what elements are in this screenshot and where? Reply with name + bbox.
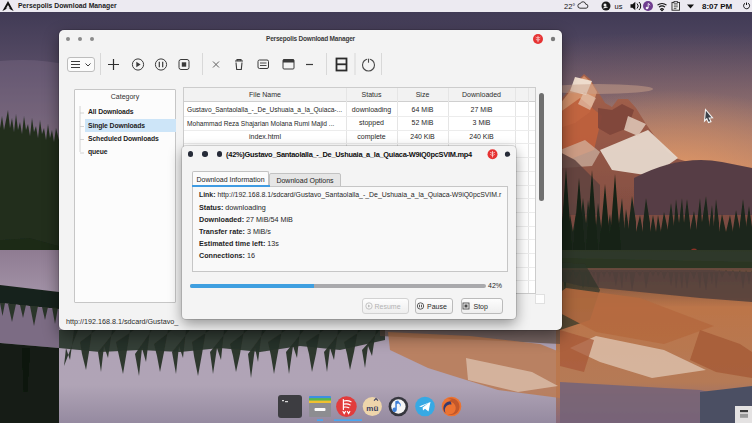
- svg-text:8:07 PM: 8:07 PM: [702, 2, 733, 11]
- svg-text:us: us: [615, 2, 623, 11]
- svg-text:22°: 22°: [564, 2, 575, 11]
- svg-text:mü: mü: [366, 404, 378, 413]
